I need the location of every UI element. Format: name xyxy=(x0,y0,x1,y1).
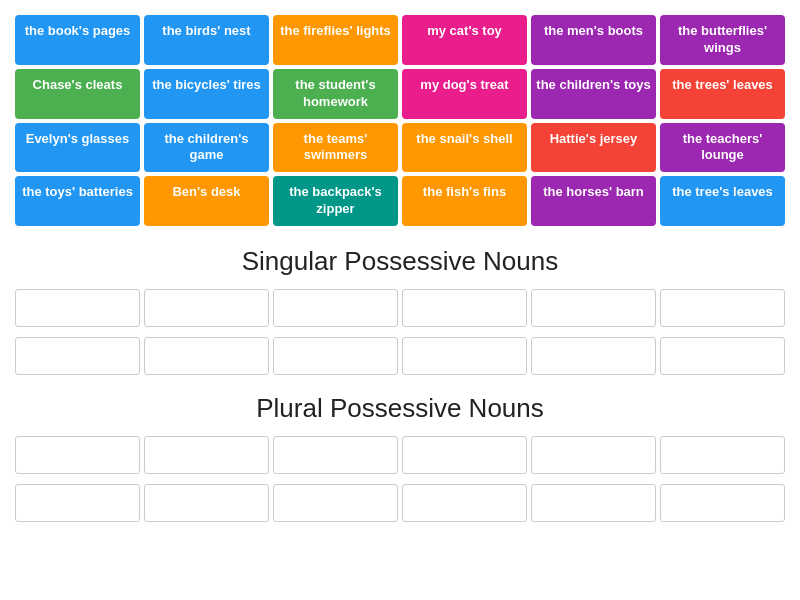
drop-cell[interactable] xyxy=(531,484,656,522)
drop-cell[interactable] xyxy=(144,289,269,327)
singular-section-title: Singular Possessive Nouns xyxy=(15,246,785,277)
drop-cell[interactable] xyxy=(15,484,140,522)
drop-cell[interactable] xyxy=(273,436,398,474)
word-tile-3[interactable]: the fireflies' lights xyxy=(273,15,398,65)
word-tile-10[interactable]: my dog's treat xyxy=(402,69,527,119)
drop-cell[interactable] xyxy=(531,337,656,375)
drop-cell[interactable] xyxy=(402,289,527,327)
drop-cell[interactable] xyxy=(144,337,269,375)
word-tile-17[interactable]: Hattie's jersey xyxy=(531,123,656,173)
word-tile-1[interactable]: the book's pages xyxy=(15,15,140,65)
word-tile-12[interactable]: the trees' leaves xyxy=(660,69,785,119)
drop-cell[interactable] xyxy=(144,436,269,474)
drop-cell[interactable] xyxy=(660,484,785,522)
singular-drop-row-1 xyxy=(15,289,785,327)
drop-cell[interactable] xyxy=(273,289,398,327)
word-tile-20[interactable]: Ben's desk xyxy=(144,176,269,226)
drop-cell[interactable] xyxy=(402,337,527,375)
drop-cell[interactable] xyxy=(660,337,785,375)
word-tile-21[interactable]: the backpack's zipper xyxy=(273,176,398,226)
drop-cell[interactable] xyxy=(273,337,398,375)
drop-cell[interactable] xyxy=(273,484,398,522)
drop-cell[interactable] xyxy=(531,289,656,327)
drop-cell[interactable] xyxy=(15,436,140,474)
drop-cell[interactable] xyxy=(144,484,269,522)
word-tile-23[interactable]: the horses' barn xyxy=(531,176,656,226)
word-tile-4[interactable]: my cat's toy xyxy=(402,15,527,65)
word-tile-22[interactable]: the fish's fins xyxy=(402,176,527,226)
word-tile-15[interactable]: the teams' swimmers xyxy=(273,123,398,173)
word-tile-16[interactable]: the snail's shell xyxy=(402,123,527,173)
word-tile-6[interactable]: the butterflies' wings xyxy=(660,15,785,65)
word-tile-5[interactable]: the men's boots xyxy=(531,15,656,65)
word-tile-2[interactable]: the birds' nest xyxy=(144,15,269,65)
word-tile-8[interactable]: the bicycles' tires xyxy=(144,69,269,119)
word-tile-19[interactable]: the toys' batteries xyxy=(15,176,140,226)
drop-cell[interactable] xyxy=(402,436,527,474)
word-tile-13[interactable]: Evelyn's glasses xyxy=(15,123,140,173)
drop-cell[interactable] xyxy=(660,436,785,474)
plural-drop-row-1 xyxy=(15,436,785,474)
drop-cell[interactable] xyxy=(15,289,140,327)
drop-cell[interactable] xyxy=(531,436,656,474)
word-tile-9[interactable]: the student's homework xyxy=(273,69,398,119)
drop-cell[interactable] xyxy=(15,337,140,375)
word-bank: the book's pagesthe birds' nestthe firef… xyxy=(15,15,785,226)
drop-cell[interactable] xyxy=(660,289,785,327)
word-tile-24[interactable]: the tree's leaves xyxy=(660,176,785,226)
word-tile-7[interactable]: Chase's cleats xyxy=(15,69,140,119)
plural-drop-row-2 xyxy=(15,484,785,522)
drop-cell[interactable] xyxy=(402,484,527,522)
plural-section-title: Plural Possessive Nouns xyxy=(15,393,785,424)
word-tile-11[interactable]: the children's toys xyxy=(531,69,656,119)
word-tile-18[interactable]: the teachers' lounge xyxy=(660,123,785,173)
word-tile-14[interactable]: the children's game xyxy=(144,123,269,173)
singular-drop-row-2 xyxy=(15,337,785,375)
